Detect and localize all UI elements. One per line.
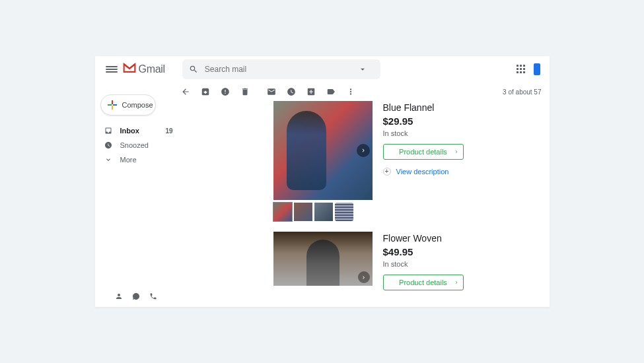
stock-status: In stock bbox=[383, 260, 464, 268]
more-icon[interactable] bbox=[346, 87, 355, 96]
mark-unread-icon[interactable] bbox=[267, 87, 276, 96]
back-icon[interactable] bbox=[181, 87, 190, 96]
product-price: $49.95 bbox=[383, 246, 464, 257]
chat-icon[interactable] bbox=[132, 292, 140, 300]
product-price: $29.95 bbox=[383, 116, 464, 127]
carousel-next-icon[interactable] bbox=[357, 144, 370, 157]
product-info: Blue Flannel $29.95 In stock Product det… bbox=[383, 101, 464, 221]
product-card: Blue Flannel $29.95 In stock Product det… bbox=[273, 101, 550, 221]
compose-label: Compose bbox=[122, 101, 153, 109]
inbox-icon bbox=[104, 127, 112, 135]
pagination-text: 3 of about 57 bbox=[503, 88, 541, 96]
delete-icon[interactable] bbox=[240, 87, 250, 96]
thumbnail[interactable] bbox=[335, 203, 353, 221]
product-info: Flower Woven $49.95 In stock Product det… bbox=[383, 232, 464, 290]
email-body: Blue Flannel $29.95 In stock Product det… bbox=[181, 101, 550, 307]
product-gallery bbox=[273, 232, 373, 290]
plus-circle-icon: + bbox=[383, 168, 391, 176]
chevron-right-icon bbox=[454, 280, 459, 285]
inbox-count: 19 bbox=[165, 127, 172, 135]
spam-icon[interactable] bbox=[221, 87, 230, 96]
product-main-image[interactable] bbox=[273, 101, 373, 200]
sidebar: Compose Inbox 19 Snoozed More bbox=[95, 89, 181, 167]
person-icon[interactable] bbox=[115, 292, 123, 300]
product-gallery bbox=[273, 101, 373, 221]
snooze-icon[interactable] bbox=[287, 87, 296, 96]
product-card: Flower Woven $49.95 In stock Product det… bbox=[273, 232, 550, 290]
app-name: Gmail bbox=[139, 63, 165, 75]
compose-button[interactable]: Compose bbox=[100, 94, 156, 116]
search-icon bbox=[189, 65, 198, 74]
search-bar[interactable] bbox=[182, 59, 380, 79]
hamburger-menu-icon[interactable] bbox=[106, 63, 118, 75]
thumbnail-row bbox=[273, 203, 373, 221]
thumbnail[interactable] bbox=[314, 203, 333, 221]
nav-inbox[interactable]: Inbox 19 bbox=[100, 123, 181, 138]
chevron-down-icon bbox=[104, 156, 112, 164]
archive-icon[interactable] bbox=[201, 87, 210, 96]
view-description-link[interactable]: + View description bbox=[383, 168, 464, 176]
nav-label: Inbox bbox=[120, 127, 139, 135]
labels-icon[interactable] bbox=[326, 87, 336, 96]
compose-plus-icon bbox=[106, 99, 118, 111]
product-details-button[interactable]: Product details bbox=[383, 144, 464, 160]
nav-more[interactable]: More bbox=[100, 152, 181, 167]
search-input[interactable] bbox=[205, 65, 358, 74]
top-bar: Gmail bbox=[95, 56, 550, 82]
account-avatar[interactable] bbox=[534, 63, 540, 75]
nav-snoozed[interactable]: Snoozed bbox=[100, 138, 181, 152]
phone-icon[interactable] bbox=[149, 292, 157, 300]
stock-status: In stock bbox=[383, 129, 464, 137]
nav-label: More bbox=[120, 156, 137, 164]
product-main-image[interactable] bbox=[273, 232, 373, 286]
gmail-window: Gmail 3 of about 57 Co bbox=[95, 56, 550, 307]
nav-list: Inbox 19 Snoozed More bbox=[100, 123, 181, 167]
apps-grid-icon[interactable] bbox=[517, 65, 526, 74]
product-title: Flower Woven bbox=[383, 233, 464, 244]
chevron-right-icon bbox=[454, 149, 459, 154]
search-dropdown-icon[interactable] bbox=[358, 65, 367, 74]
add-to-tasks-icon[interactable] bbox=[306, 87, 316, 96]
product-title: Blue Flannel bbox=[383, 102, 464, 113]
thumbnail[interactable] bbox=[294, 203, 312, 221]
thumbnail[interactable] bbox=[273, 203, 292, 221]
hangouts-bar bbox=[115, 292, 157, 300]
product-details-button[interactable]: Product details bbox=[383, 275, 464, 290]
clock-icon bbox=[104, 141, 112, 149]
gmail-logo[interactable]: Gmail bbox=[123, 63, 165, 77]
carousel-next-icon[interactable] bbox=[358, 271, 370, 283]
nav-label: Snoozed bbox=[120, 141, 149, 149]
